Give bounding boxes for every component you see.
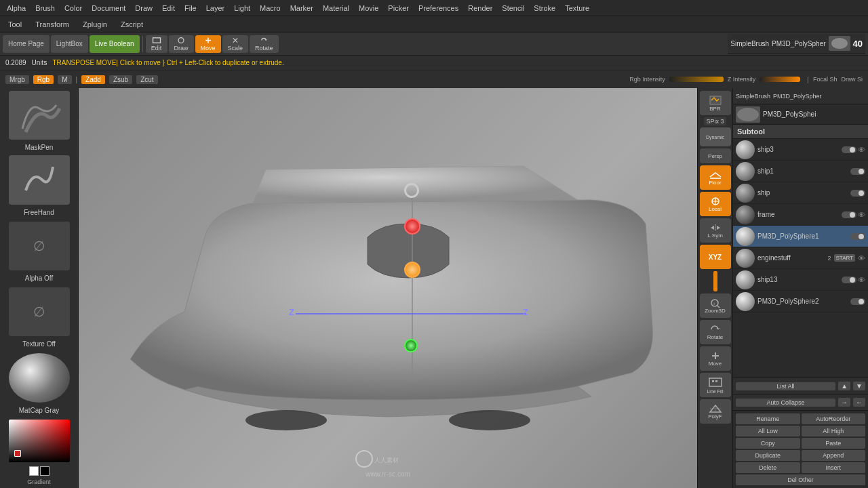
list-down-arrow[interactable]: ▼ bbox=[853, 382, 865, 390]
subtool-toggle-ship13[interactable] bbox=[842, 277, 856, 283]
gizmo-top-circle[interactable] bbox=[404, 183, 419, 198]
local-button[interactable]: Local bbox=[700, 192, 731, 216]
lightbox-button[interactable]: LightBox bbox=[51, 35, 88, 53]
rotate3d-button[interactable]: Rotate bbox=[700, 320, 731, 344]
brush-preview-thumb[interactable] bbox=[829, 36, 850, 51]
gizmo-red-circle[interactable] bbox=[404, 218, 420, 235]
xyz-side-handle[interactable] bbox=[713, 271, 717, 291]
white-color-swatch[interactable] bbox=[29, 466, 39, 476]
subtool-toggle-ship3[interactable] bbox=[842, 146, 856, 153]
texture-thumbnail[interactable]: ∅ bbox=[9, 287, 70, 336]
menu-color[interactable]: Color bbox=[60, 3, 86, 14]
subtool-item-ship1[interactable]: ship1 bbox=[733, 161, 868, 182]
freehand-thumbnail[interactable] bbox=[9, 155, 70, 204]
subtool-item-ship[interactable]: ship bbox=[733, 182, 868, 204]
auto-collapse-arrow2[interactable]: ← bbox=[853, 398, 865, 407]
zadd-button[interactable]: Zadd bbox=[81, 75, 105, 84]
xyz-button[interactable]: XYZ bbox=[700, 245, 731, 269]
menu-picker[interactable]: Picker bbox=[384, 3, 413, 14]
subtool-toggle-pm3d1[interactable] bbox=[850, 233, 865, 240]
gizmo-green-circle[interactable] bbox=[404, 339, 418, 352]
zcut-button[interactable]: Zcut bbox=[136, 75, 157, 84]
subtool-item-pm3d1[interactable]: PM3D_PolySphere1 bbox=[733, 226, 868, 247]
menu-preferences[interactable]: Preferences bbox=[414, 3, 462, 14]
brush-name2[interactable]: PM3D_PolySpher bbox=[772, 40, 825, 47]
subtool-item-frame[interactable]: frame 👁 bbox=[733, 204, 868, 226]
rotate-button[interactable]: Rotate bbox=[250, 35, 279, 53]
rename-button[interactable]: Rename bbox=[736, 413, 800, 424]
menu-alpha[interactable]: Alpha bbox=[3, 3, 30, 14]
zsub-button[interactable]: Zsub bbox=[109, 75, 132, 84]
menu-render[interactable]: Render bbox=[464, 3, 496, 14]
subtool-eye-engine[interactable]: 👁 bbox=[858, 254, 865, 262]
copy-button[interactable]: Copy bbox=[736, 438, 800, 449]
subtool-item-pm3d2[interactable]: PM3D_PolySphere2 bbox=[733, 291, 868, 312]
polyf-button[interactable]: PolyF bbox=[700, 399, 731, 424]
zoom3d-button[interactable]: + Zoom3D bbox=[700, 293, 731, 318]
all-low-button[interactable]: All Low bbox=[736, 426, 800, 436]
alpha-thumbnail[interactable]: ∅ bbox=[9, 222, 70, 270]
list-all-button[interactable]: List All bbox=[736, 382, 835, 390]
menu-stroke[interactable]: Stroke bbox=[530, 3, 559, 14]
brush-detail-thumb[interactable] bbox=[736, 106, 760, 123]
home-page-button[interactable]: Home Page bbox=[3, 35, 50, 53]
subtool-toggle-ship[interactable] bbox=[850, 190, 865, 197]
live-boolean-button[interactable]: Live Boolean bbox=[90, 35, 140, 53]
rgb-intensity-slider[interactable] bbox=[669, 77, 724, 82]
del-other-button[interactable]: Del Other bbox=[736, 474, 865, 485]
menu-edit[interactable]: Edit bbox=[158, 3, 179, 14]
duplicate-button[interactable]: Duplicate bbox=[736, 450, 800, 461]
tool-item-tool[interactable]: Tool bbox=[3, 19, 27, 30]
scale-button[interactable]: Scale bbox=[222, 35, 249, 53]
move-button[interactable]: Move bbox=[195, 35, 221, 53]
menu-layer[interactable]: Layer bbox=[202, 3, 229, 14]
menu-stencil[interactable]: Stencil bbox=[498, 3, 528, 14]
insert-button[interactable]: Insert bbox=[802, 462, 866, 473]
dynamic-button[interactable]: Dynamic bbox=[700, 127, 731, 146]
brush-name1[interactable]: SimpleBrush bbox=[730, 40, 769, 47]
auto-collapse-button[interactable]: Auto Collapse bbox=[736, 399, 835, 407]
menu-light[interactable]: Light bbox=[230, 3, 254, 14]
move3d-button[interactable]: Move bbox=[700, 346, 731, 371]
gizmo-center-circle[interactable] bbox=[404, 262, 420, 278]
subtool-item-ship3[interactable]: ship3 👁 bbox=[733, 139, 868, 161]
append-button[interactable]: Append bbox=[802, 450, 866, 461]
rp-brush-name2[interactable]: PM3D_PolySpher bbox=[773, 93, 822, 100]
rp-brush-name1[interactable]: SimpleBrush bbox=[736, 93, 770, 100]
menu-document[interactable]: Document bbox=[87, 3, 130, 14]
subtool-toggle-ship1[interactable] bbox=[850, 168, 865, 175]
subtool-toggle-pm3d2[interactable] bbox=[850, 298, 865, 305]
paste-button[interactable]: Paste bbox=[802, 438, 866, 449]
subtool-eye-ship13[interactable]: 👁 bbox=[858, 276, 865, 284]
edit-button[interactable]: Edit bbox=[146, 35, 167, 53]
matcap-thumbnail[interactable] bbox=[9, 353, 70, 402]
subtool-eye-ship3[interactable]: 👁 bbox=[858, 146, 865, 154]
subtool-toggle-frame[interactable] bbox=[842, 211, 856, 218]
floor-button[interactable]: Floor bbox=[700, 165, 731, 190]
z-intensity-slider[interactable] bbox=[760, 77, 800, 82]
tool-item-zplugin[interactable]: Zplugin bbox=[77, 19, 113, 30]
all-high-button[interactable]: All High bbox=[802, 426, 866, 436]
auto-reorder-button[interactable]: AutoReorder bbox=[802, 413, 866, 424]
tool-item-zscript[interactable]: Zscript bbox=[115, 19, 149, 30]
menu-movie[interactable]: Movie bbox=[355, 3, 382, 14]
rgb-button[interactable]: Rgb bbox=[33, 75, 54, 84]
menu-texture[interactable]: Texture bbox=[561, 3, 593, 14]
menu-draw[interactable]: Draw bbox=[131, 3, 157, 14]
subtool-item-enginestuff[interactable]: enginestuff 2 START 👁 bbox=[733, 247, 868, 269]
delete-button[interactable]: Delete bbox=[736, 462, 800, 473]
persp-button[interactable]: Persp bbox=[700, 148, 731, 163]
bpr-button[interactable]: BPR bbox=[700, 91, 731, 115]
menu-brush[interactable]: Brush bbox=[31, 3, 59, 14]
black-color-swatch[interactable] bbox=[40, 466, 50, 476]
m-button[interactable]: M bbox=[58, 75, 71, 84]
menu-macro[interactable]: Macro bbox=[256, 3, 285, 14]
menu-file[interactable]: File bbox=[180, 3, 201, 14]
tool-item-transform[interactable]: Transform bbox=[30, 19, 75, 30]
frame-button[interactable]: Line Fill bbox=[700, 373, 731, 397]
brush-thumbnail[interactable] bbox=[9, 91, 70, 140]
subtool-item-ship13[interactable]: ship13 👁 bbox=[733, 269, 868, 291]
viewport[interactable]: Z Z 人人素材 www.rr-sc.com bbox=[79, 88, 697, 488]
mrgb-button[interactable]: Mrgb bbox=[5, 75, 29, 84]
subtool-eye-frame[interactable]: 👁 bbox=[858, 211, 865, 219]
